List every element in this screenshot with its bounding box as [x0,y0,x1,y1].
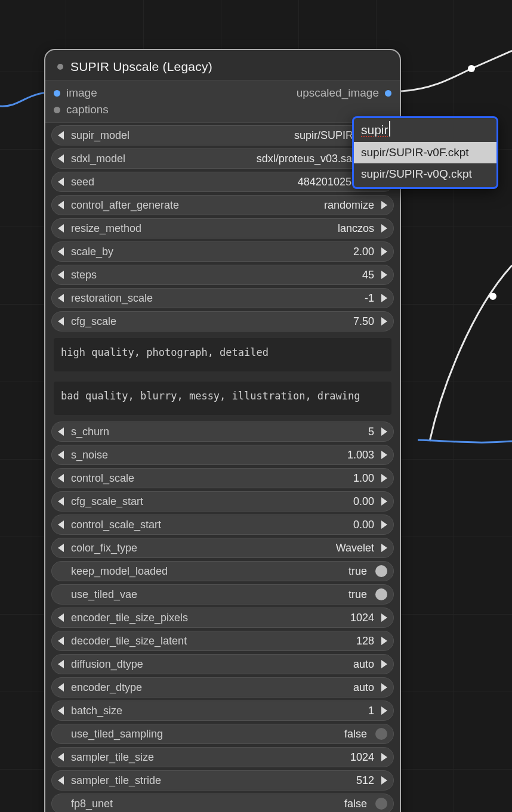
widget-cfg-scale[interactable]: cfg_scale 7.50 [51,311,394,331]
label-seed: seed [71,176,94,188]
chevron-left-icon[interactable] [58,451,64,459]
chevron-right-icon[interactable] [381,706,387,715]
chevron-left-icon[interactable] [58,637,64,645]
chevron-left-icon[interactable] [58,317,64,326]
label-cfg-scale-start: cfg_scale_start [71,495,143,508]
chevron-right-icon[interactable] [381,753,387,761]
value-cfg-scale-start: 0.00 [353,495,374,508]
value-scale-by: 2.00 [353,246,374,258]
input-port-captions[interactable] [54,107,60,113]
autocomplete-option[interactable]: supir/SUPIR-v0Q.ckpt [354,163,496,185]
chevron-right-icon[interactable] [381,427,387,436]
value-fp8-unet: false [344,798,367,810]
chevron-left-icon[interactable] [58,683,64,692]
chevron-right-icon[interactable] [381,683,387,692]
label-color-fix-type: color_fix_type [71,542,137,554]
widget-batch-size[interactable]: batch_size 1 [51,701,394,721]
chevron-left-icon[interactable] [58,753,64,761]
chevron-right-icon[interactable] [381,451,387,459]
value-s-churn: 5 [368,426,374,438]
chevron-left-icon[interactable] [58,427,64,436]
widget-s-noise[interactable]: s_noise 1.003 [51,445,394,465]
widget-seed[interactable]: seed 484201025835040 [51,172,394,192]
chevron-left-icon[interactable] [58,178,64,186]
widget-encoder-tile-size-pixels[interactable]: encoder_tile_size_pixels 1024 [51,608,394,628]
node-supir-upscale[interactable]: SUPIR Upscale (Legacy) image upscaled_im… [44,49,401,812]
chevron-left-icon[interactable] [58,154,64,163]
widget-keep-model-loaded[interactable]: keep_model_loaded true [51,561,394,581]
widget-fp8-unet[interactable]: fp8_unet false [51,794,394,812]
chevron-right-icon[interactable] [381,497,387,506]
positive-prompt-textarea[interactable]: high quality, photograph, detailed [54,338,391,371]
widget-sdxl-model[interactable]: sdxl_model sdxl/proteus_v03.safetenso [51,148,394,169]
chevron-left-icon[interactable] [58,271,64,279]
node-header[interactable]: SUPIR Upscale (Legacy) [45,50,400,80]
chevron-left-icon[interactable] [58,294,64,302]
chevron-left-icon[interactable] [58,224,64,233]
negative-prompt-textarea[interactable]: bad quality, blurry, messy, illustration… [54,382,391,415]
toggle-knob[interactable] [375,728,387,740]
label-s-noise: s_noise [71,449,108,461]
chevron-left-icon[interactable] [58,613,64,622]
chevron-left-icon[interactable] [58,247,64,256]
widget-use-tiled-sampling[interactable]: use_tiled_sampling false [51,724,394,744]
widget-sampler-tile-stride[interactable]: sampler_tile_stride 512 [51,770,394,791]
chevron-right-icon[interactable] [381,317,387,326]
widget-color-fix-type[interactable]: color_fix_type Wavelet [51,538,394,558]
widget-cfg-scale-start[interactable]: cfg_scale_start 0.00 [51,491,394,512]
chevron-right-icon[interactable] [381,520,387,529]
widget-restoration-scale[interactable]: restoration_scale -1 [51,288,394,308]
widget-s-churn[interactable]: s_churn 5 [51,422,394,442]
chevron-left-icon[interactable] [58,660,64,668]
widget-control-scale[interactable]: control_scale 1.00 [51,468,394,488]
node-ports: image upscaled_image captions [45,80,400,123]
widget-decoder-tile-size-latent[interactable]: decoder_tile_size_latent 128 [51,631,394,651]
widget-resize-method[interactable]: resize_method lanczos [51,218,394,238]
chevron-right-icon[interactable] [381,660,387,668]
chevron-right-icon[interactable] [381,201,387,209]
value-steps: 45 [362,269,374,281]
autocomplete-option[interactable]: supir/SUPIR-v0F.ckpt [354,142,496,163]
node-collapse-dot[interactable] [57,64,63,70]
toggle-knob[interactable] [375,798,387,810]
chevron-left-icon[interactable] [58,776,64,785]
label-sampler-tile-stride: sampler_tile_stride [71,774,161,787]
node-title: SUPIR Upscale (Legacy) [70,60,212,74]
chevron-right-icon[interactable] [381,224,387,233]
toggle-knob[interactable] [375,588,387,600]
widget-sampler-tile-size[interactable]: sampler_tile_size 1024 [51,747,394,767]
chevron-right-icon[interactable] [381,474,387,482]
widget-supir-model[interactable]: supir_model supir/SUPIR-v0F.ck [51,125,394,145]
widget-steps[interactable]: steps 45 [51,265,394,285]
chevron-left-icon[interactable] [58,474,64,482]
chevron-left-icon[interactable] [58,706,64,715]
value-resize-method: lanczos [338,222,374,235]
chevron-right-icon[interactable] [381,776,387,785]
toggle-knob[interactable] [375,565,387,577]
widget-scale-by[interactable]: scale_by 2.00 [51,241,394,262]
chevron-right-icon[interactable] [381,613,387,622]
chevron-right-icon[interactable] [381,637,387,645]
chevron-left-icon[interactable] [58,544,64,552]
chevron-right-icon[interactable] [381,294,387,302]
chevron-right-icon[interactable] [381,544,387,552]
label-control-scale: control_scale [71,472,134,485]
widget-encoder-dtype[interactable]: encoder_dtype auto [51,677,394,698]
label-diffusion-dtype: diffusion_dtype [71,658,143,671]
autocomplete-input[interactable] [354,118,496,141]
input-port-image[interactable] [54,90,60,97]
chevron-left-icon[interactable] [58,520,64,529]
widget-control-scale-start[interactable]: control_scale_start 0.00 [51,515,394,535]
widget-control-after-generate[interactable]: control_after_generate randomize [51,195,394,215]
chevron-left-icon[interactable] [58,201,64,209]
autocomplete-popup[interactable]: supir/SUPIR-v0F.ckpt supir/SUPIR-v0Q.ckp… [352,116,498,189]
widget-use-tiled-vae[interactable]: use_tiled_vae true [51,584,394,605]
output-port-upscaled-image[interactable] [385,90,391,97]
chevron-left-icon[interactable] [58,131,64,140]
chevron-right-icon[interactable] [381,247,387,256]
label-decoder-tile-size-latent: decoder_tile_size_latent [71,635,187,647]
chevron-right-icon[interactable] [381,271,387,279]
chevron-left-icon[interactable] [58,497,64,506]
widget-diffusion-dtype[interactable]: diffusion_dtype auto [51,654,394,674]
value-sampler-tile-size: 1024 [350,751,374,764]
